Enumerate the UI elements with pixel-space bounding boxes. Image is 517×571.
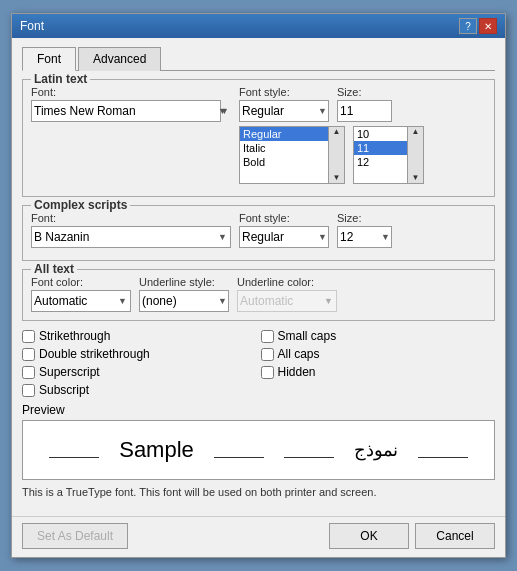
preview-label: Preview	[22, 403, 495, 417]
underline-color-group: Underline color: Automatic ▼	[237, 276, 337, 312]
complex-font-select[interactable]: B Nazanin	[31, 226, 231, 248]
all-text-section: All text Font color: Automatic ▼ Underli…	[22, 269, 495, 321]
preview-sample: Sample	[119, 437, 194, 463]
close-button[interactable]: ✕	[479, 18, 497, 34]
latin-listbox-row: Regular Italic Bold ▲ ▼ 10	[31, 126, 486, 184]
all-text-label: All text	[31, 262, 77, 276]
complex-size-label: Size:	[337, 212, 392, 224]
tab-font[interactable]: Font	[22, 47, 76, 71]
all-caps-label: All caps	[278, 347, 320, 361]
double-strikethrough-checkbox[interactable]	[22, 348, 35, 361]
preview-arabic: نموذج	[354, 439, 398, 461]
latin-font-row: Font: Times New Roman ▼ Font style:	[31, 86, 486, 122]
latin-size-label: Size:	[337, 86, 392, 98]
superscript-checkbox[interactable]	[22, 366, 35, 379]
size-scroll-down[interactable]: ▼	[412, 174, 420, 182]
style-list-italic[interactable]: Italic	[240, 141, 328, 155]
strikethrough-row[interactable]: Strikethrough	[22, 329, 257, 343]
latin-style-label: Font style:	[239, 86, 329, 98]
latin-style-select[interactable]: Regular Italic Bold	[239, 100, 329, 122]
style-list-bold[interactable]: Bold	[240, 155, 328, 169]
title-bar-buttons: ? ✕	[459, 18, 497, 34]
complex-style-select[interactable]: Regular	[239, 226, 329, 248]
underline-color-select[interactable]: Automatic	[237, 290, 337, 312]
double-strikethrough-label: Double strikethrough	[39, 347, 150, 361]
latin-font-select-wrapper: Times New Roman ▼	[31, 100, 231, 122]
hidden-checkbox[interactable]	[261, 366, 274, 379]
size-listbox-container: 10 11 12 ▲ ▼	[353, 126, 424, 184]
effects-col-right: Small caps All caps Hidden	[261, 329, 496, 397]
font-dialog: Font ? ✕ Font Advanced Latin text Font: …	[11, 13, 506, 558]
strikethrough-label: Strikethrough	[39, 329, 110, 343]
latin-style-group: Font style: Regular Italic Bold ▼	[239, 86, 329, 122]
help-button[interactable]: ?	[459, 18, 477, 34]
style-list-regular[interactable]: Regular	[240, 127, 328, 141]
style-listbox-container: Regular Italic Bold ▲ ▼	[239, 126, 345, 184]
latin-font-label: Font:	[31, 86, 231, 98]
style-scrollbar[interactable]: ▲ ▼	[329, 126, 345, 184]
underline-style-select[interactable]: (none)	[139, 290, 229, 312]
cancel-button[interactable]: Cancel	[415, 523, 495, 549]
font-color-label: Font color:	[31, 276, 131, 288]
size-list-10[interactable]: 10	[354, 127, 407, 141]
subscript-label: Subscript	[39, 383, 89, 397]
bottom-bar: Set As Default OK Cancel	[12, 516, 505, 557]
all-caps-row[interactable]: All caps	[261, 347, 496, 361]
subscript-row[interactable]: Subscript	[22, 383, 257, 397]
set-default-button[interactable]: Set As Default	[22, 523, 128, 549]
preview-line-mid2	[284, 443, 334, 458]
size-listbox[interactable]: 10 11 12	[353, 126, 408, 184]
complex-size-select[interactable]: 12	[337, 226, 392, 248]
strikethrough-checkbox[interactable]	[22, 330, 35, 343]
small-caps-row[interactable]: Small caps	[261, 329, 496, 343]
font-color-select[interactable]: Automatic	[31, 290, 131, 312]
hidden-row[interactable]: Hidden	[261, 365, 496, 379]
tab-advanced[interactable]: Advanced	[78, 47, 161, 71]
title-bar: Font ? ✕	[12, 14, 505, 38]
preview-section: Preview Sample نموذج	[22, 403, 495, 480]
all-caps-checkbox[interactable]	[261, 348, 274, 361]
small-caps-checkbox[interactable]	[261, 330, 274, 343]
underline-style-label: Underline style:	[139, 276, 229, 288]
complex-scripts-section: Complex scripts Font: B Nazanin ▼ Font s…	[22, 205, 495, 261]
latin-size-input[interactable]	[337, 100, 392, 122]
size-scroll-up[interactable]: ▲	[412, 128, 420, 136]
size-list-12[interactable]: 12	[354, 155, 407, 169]
style-listbox-with-scroll: Regular Italic Bold ▲ ▼	[239, 126, 345, 184]
complex-style-group: Font style: Regular ▼	[239, 212, 329, 248]
style-scroll-up[interactable]: ▲	[333, 128, 341, 136]
size-list-11[interactable]: 11	[354, 141, 407, 155]
ok-cancel-group: OK Cancel	[329, 523, 495, 549]
complex-font-group: Font: B Nazanin ▼	[31, 212, 231, 248]
effects-row: Strikethrough Double strikethrough Super…	[22, 329, 495, 397]
ok-button[interactable]: OK	[329, 523, 409, 549]
effects-section: Strikethrough Double strikethrough Super…	[22, 329, 495, 397]
underline-style-group: Underline style: (none) ▼	[139, 276, 229, 312]
size-scrollbar[interactable]: ▲ ▼	[408, 126, 424, 184]
subscript-checkbox[interactable]	[22, 384, 35, 397]
preview-line-right	[418, 443, 468, 458]
style-scroll-down[interactable]: ▼	[333, 174, 341, 182]
double-strikethrough-row[interactable]: Double strikethrough	[22, 347, 257, 361]
complex-style-label: Font style:	[239, 212, 329, 224]
complex-row: Font: B Nazanin ▼ Font style: Regular	[31, 212, 486, 248]
latin-size-group: Size:	[337, 86, 392, 122]
tabs: Font Advanced	[22, 46, 495, 71]
hidden-label: Hidden	[278, 365, 316, 379]
style-listbox[interactable]: Regular Italic Bold	[239, 126, 329, 184]
superscript-label: Superscript	[39, 365, 100, 379]
preview-line-mid1	[214, 443, 264, 458]
preview-box: Sample نموذج	[22, 420, 495, 480]
underline-color-label: Underline color:	[237, 276, 337, 288]
dialog-content: Font Advanced Latin text Font: Times New…	[12, 38, 505, 516]
font-color-group: Font color: Automatic ▼	[31, 276, 131, 312]
latin-font-select[interactable]: Times New Roman	[31, 100, 221, 122]
small-caps-label: Small caps	[278, 329, 337, 343]
truetype-note: This is a TrueType font. This font will …	[22, 486, 495, 498]
preview-line-left	[49, 443, 99, 458]
superscript-row[interactable]: Superscript	[22, 365, 257, 379]
complex-scripts-label: Complex scripts	[31, 198, 130, 212]
latin-text-section: Latin text Font: Times New Roman ▼ Fon	[22, 79, 495, 197]
size-listbox-with-scroll: 10 11 12 ▲ ▼	[353, 126, 424, 184]
dialog-title: Font	[20, 19, 44, 33]
